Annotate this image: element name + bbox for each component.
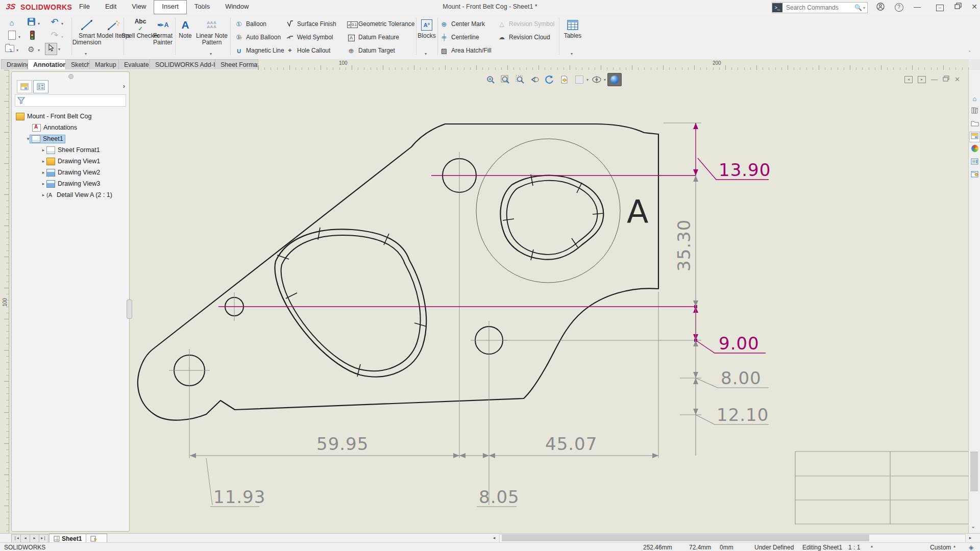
tables-dropdown-icon[interactable]: ▾ xyxy=(571,52,573,56)
linear-note-pattern-button[interactable]: AAAAAA Linear Note Pattern ▾ xyxy=(192,17,231,56)
view-palette-icon[interactable] xyxy=(969,132,980,142)
help-icon[interactable]: ? xyxy=(893,3,904,12)
first-sheet-button[interactable]: ❘◂ xyxy=(11,534,21,543)
select-dropdown-icon[interactable]: ▾ xyxy=(58,47,60,52)
horizontal-scrollbar[interactable] xyxy=(499,534,966,543)
new-dropdown-icon[interactable]: ▾ xyxy=(18,35,20,39)
minimize-button[interactable]: — xyxy=(912,3,923,11)
options-button[interactable]: ⚙ xyxy=(26,44,37,55)
undo-button[interactable]: ↶ xyxy=(49,16,60,28)
search-dropdown-icon[interactable]: ▾ xyxy=(863,6,867,10)
view-orientation-dropdown-icon[interactable]: ▾ xyxy=(586,78,589,82)
undo-dropdown-icon[interactable]: ▾ xyxy=(61,21,63,26)
save-button[interactable] xyxy=(26,17,37,29)
save-dropdown-icon[interactable]: ▾ xyxy=(38,21,40,26)
vertical-scrollbar-thumb[interactable] xyxy=(970,452,978,491)
new-document-button[interactable] xyxy=(6,31,17,42)
expand-icon[interactable]: ▸ xyxy=(40,181,46,186)
custom-properties-icon[interactable] xyxy=(969,157,980,168)
geometric-tolerance-button[interactable]: ⌀0.1Geometric Tolerance xyxy=(347,18,415,30)
search-icon[interactable]: 🔍 xyxy=(854,4,863,11)
balloon-button[interactable]: ①Balloon xyxy=(235,18,266,30)
scroll-right-icon[interactable]: ▸ xyxy=(966,534,974,542)
dimension-11-93[interactable]: 11.93 xyxy=(213,487,265,507)
doc-close-icon[interactable]: ✕ xyxy=(954,76,960,83)
tree-item-drawing-view1[interactable]: ▸ Drawing View1 xyxy=(12,156,129,167)
display-style-dropdown-icon[interactable]: ▾ xyxy=(604,78,606,82)
user-account-icon[interactable] xyxy=(875,3,886,12)
weld-symbol-button[interactable]: Weld Symbol xyxy=(286,32,333,43)
hole-callout-button[interactable]: ⌖Hole Callout xyxy=(286,45,330,56)
expand-icon[interactable]: ▸ xyxy=(40,147,46,153)
redo-button[interactable]: ↷ xyxy=(49,30,60,41)
dimension-9-00[interactable]: 9.00 xyxy=(719,333,760,354)
status-units[interactable]: Custom xyxy=(930,544,951,551)
horizontal-scrollbar-thumb[interactable] xyxy=(502,535,869,541)
panel-splitter-handle[interactable] xyxy=(127,299,132,319)
scroll-down-icon[interactable]: ⌄ xyxy=(971,523,975,530)
layer-properties-icon[interactable]: ◈ xyxy=(969,544,973,551)
dimension-13-90[interactable]: 13.90 xyxy=(719,160,771,180)
close-window-button[interactable]: ✕ xyxy=(969,3,980,11)
tree-item-sheet-format1[interactable]: ▸ Sheet Format1 xyxy=(12,144,129,156)
restore-window-button[interactable] xyxy=(952,3,964,11)
previous-document-icon[interactable]: ◂ xyxy=(904,76,913,83)
doc-restore-icon[interactable] xyxy=(943,76,949,83)
zoom-fit-sheet-icon[interactable] xyxy=(499,73,512,86)
display-style-icon[interactable] xyxy=(590,73,603,86)
expand-icon[interactable]: ▸ xyxy=(40,170,46,175)
blocks-dropdown-icon[interactable]: ▾ xyxy=(425,52,427,56)
centerline-button[interactable]: ╪Centerline xyxy=(440,32,479,43)
tree-item-annotations[interactable]: Annotations xyxy=(12,122,129,133)
previous-view-icon[interactable] xyxy=(528,73,542,86)
next-sheet-button[interactable]: ▸ xyxy=(30,534,39,543)
drawing-canvas[interactable]: 13.90 35.30 9.00 8.00 12.10 59.95 45.07 … xyxy=(0,70,980,533)
revision-cloud-button[interactable]: ☁Revision Cloud xyxy=(498,32,550,43)
tree-filter-bar[interactable] xyxy=(15,94,126,107)
redraw-icon[interactable] xyxy=(543,73,556,86)
feature-tree-tab[interactable] xyxy=(17,80,32,93)
smart-dimension-dropdown-icon[interactable]: ▾ xyxy=(85,52,87,56)
home-button[interactable]: ⌂ xyxy=(6,17,17,29)
tree-item-drawing-view2[interactable]: ▸ Drawing View2 xyxy=(12,167,129,178)
3d-drawing-view-icon[interactable] xyxy=(558,73,571,86)
display-manager-tab[interactable] xyxy=(33,80,48,93)
file-explorer-icon[interactable] xyxy=(969,119,980,130)
magnetic-line-button[interactable]: ∪Magnetic Line xyxy=(235,45,284,56)
task-home-icon[interactable]: ⌂ xyxy=(969,93,980,104)
design-library-icon[interactable] xyxy=(969,106,980,117)
dimension-59-95[interactable]: 59.95 xyxy=(316,434,369,454)
previous-sheet-button[interactable]: ◂ xyxy=(20,534,30,543)
scroll-left-icon[interactable]: ◂ xyxy=(490,534,498,542)
dimension-35-30[interactable]: 35.30 xyxy=(674,219,694,271)
next-document-icon[interactable]: ▸ xyxy=(918,76,926,83)
linear-note-pattern-dropdown-icon[interactable]: ▾ xyxy=(210,52,212,56)
view-settings-icon[interactable] xyxy=(607,73,622,86)
search-commands-box[interactable]: >_ 🔍 ▾ xyxy=(772,2,868,13)
status-sheet-scale[interactable]: 1 : 1 xyxy=(848,544,860,551)
options-dropdown-icon[interactable]: ▾ xyxy=(38,48,40,53)
view-orientation-icon[interactable] xyxy=(573,73,586,86)
collapse-ribbon-icon[interactable]: ˆ xyxy=(969,50,971,56)
panel-expand-icon[interactable]: › xyxy=(123,82,125,90)
dimension-8-05[interactable]: 8.05 xyxy=(479,487,520,507)
area-hatch-fill-button[interactable]: ▨Area Hatch/Fill xyxy=(440,45,492,56)
expand-icon[interactable]: ▸ xyxy=(40,159,46,164)
panel-grab-handle[interactable] xyxy=(68,74,74,79)
datum-target-button[interactable]: ⊕Datum Target xyxy=(347,45,395,56)
dimension-45-07[interactable]: 45.07 xyxy=(545,434,597,454)
tree-item-sheet1[interactable]: ▾ Sheet1 xyxy=(12,133,129,144)
tree-item-drawing-view3[interactable]: ▸ Drawing View3 xyxy=(12,178,129,189)
tab-markup[interactable]: Markup xyxy=(89,59,122,69)
rebuild-button[interactable] xyxy=(27,31,38,42)
select-tool-button[interactable] xyxy=(45,43,57,55)
doc-minimize-icon[interactable]: — xyxy=(931,76,938,83)
tree-item-root[interactable]: Mount - Front Belt Cog xyxy=(12,111,129,122)
tree-item-detail-view-a[interactable]: ▸ (A Detail View A (2 : 1) xyxy=(12,189,129,201)
zoom-to-area-icon[interactable] xyxy=(513,73,527,86)
expand-icon[interactable]: ▸ xyxy=(40,192,46,197)
surface-finish-button[interactable]: Surface Finish xyxy=(286,18,336,30)
auto-balloon-button[interactable]: ①ϟAuto Balloon xyxy=(235,32,281,43)
datum-feature-button[interactable]: ADatum Feature xyxy=(347,32,399,43)
open-button[interactable]: ↴ xyxy=(4,44,15,55)
